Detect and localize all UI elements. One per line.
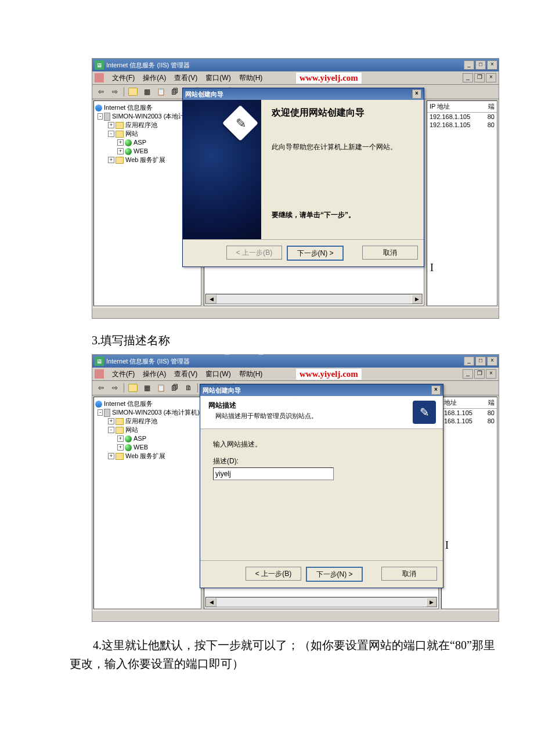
site-icon [125, 444, 132, 451]
tree-web[interactable]: WEB [134, 443, 148, 452]
globe-icon [95, 105, 102, 111]
toolbar-button[interactable] [127, 85, 139, 98]
wizard-prompt: 输入网站描述。 [213, 440, 430, 449]
wizard-section-sub: 网站描述用于帮助管理员识别站点。 [208, 412, 413, 420]
computer-icon [104, 409, 110, 417]
folder-icon [116, 131, 124, 138]
mdi-minimize-button[interactable]: _ [463, 369, 473, 379]
wizard-heading: 欢迎使用网站创建向导 [272, 107, 413, 119]
nav-back-button[interactable]: ⇦ [95, 85, 107, 98]
tree-apppool[interactable]: 应用程序池 [125, 417, 157, 426]
list-item[interactable]: 192.168.1.10580 [427, 113, 497, 121]
nav-forward-button[interactable]: ⇨ [109, 381, 121, 394]
mdi-close-button[interactable]: × [486, 73, 496, 82]
menu-help[interactable]: 帮助(H) [236, 368, 266, 380]
expand-icon[interactable]: + [117, 444, 124, 451]
horizontal-scrollbar[interactable]: ◀ ▶ [205, 294, 423, 304]
ip-list-pane: 地址端 168.1.10580 168.1.10580 [441, 397, 497, 609]
app-icon: 🖥 [95, 60, 104, 70]
toolbar-button[interactable]: ▦ [140, 85, 153, 98]
next-button[interactable]: 下一步(N) > [306, 567, 363, 582]
toolbar-button[interactable]: 📋 [154, 381, 167, 394]
collapse-icon[interactable]: - [98, 409, 103, 416]
cancel-button[interactable]: 取消 [381, 567, 437, 581]
computer-icon [104, 113, 110, 121]
scroll-left-button[interactable]: ◀ [206, 294, 217, 304]
wizard-header: 网站描述 网站描述用于帮助管理员识别站点。 ✎ [200, 396, 443, 429]
minimize-button[interactable]: _ [464, 357, 474, 366]
close-button[interactable]: × [487, 357, 497, 366]
tree-asp[interactable]: ASP [134, 434, 146, 443]
collapse-icon[interactable]: - [108, 427, 114, 433]
expand-icon[interactable]: + [108, 453, 114, 459]
expand-icon[interactable]: + [108, 157, 114, 163]
scroll-right-button[interactable]: ▶ [412, 294, 422, 304]
maximize-button[interactable]: □ [475, 60, 486, 70]
mdi-close-button[interactable]: × [486, 369, 496, 379]
folder-icon [116, 418, 124, 425]
tree-root[interactable]: Internet 信息服务 [104, 103, 153, 112]
collapse-icon[interactable]: - [98, 113, 103, 120]
wizard-close-button[interactable]: × [412, 89, 421, 99]
minimize-button[interactable]: _ [464, 60, 474, 70]
wizard-titlebar: 网站创建向导 × [200, 384, 443, 396]
tree-sites[interactable]: 网站 [125, 426, 138, 434]
expand-icon[interactable]: + [108, 122, 114, 128]
toolbar-button[interactable]: 🗐 [168, 85, 181, 98]
menu-window[interactable]: 窗口(W) [202, 72, 234, 84]
menu-window[interactable]: 窗口(W) [202, 368, 234, 380]
maximize-button[interactable]: □ [475, 357, 486, 366]
ip-header: IP 地址 [430, 102, 450, 111]
horizontal-scrollbar[interactable]: ◀ ▶ [205, 597, 437, 607]
list-item[interactable]: 192.168.1.10580 [427, 121, 497, 129]
collapse-icon[interactable]: - [108, 131, 114, 137]
tree-ext[interactable]: Web 服务扩展 [125, 156, 165, 164]
list-item[interactable]: 168.1.10580 [442, 417, 497, 425]
scroll-right-button[interactable]: ▶ [426, 597, 436, 607]
menu-action[interactable]: 操作(A) [139, 72, 169, 84]
mdi-restore-button[interactable]: ❐ [474, 369, 485, 379]
wizard-titlebar: 网站创建向导 × [183, 88, 424, 100]
wizard-close-button[interactable]: × [431, 386, 441, 395]
menu-file[interactable]: 文件(F) [109, 368, 138, 380]
ip-list-pane: IP 地址端 192.168.1.10580 192.168.1.10580 [427, 100, 497, 306]
tree-computer[interactable]: SIMON-WIN2003 (本地计算机) [112, 408, 200, 417]
expand-icon[interactable]: + [117, 139, 124, 146]
toolbar-button[interactable] [127, 381, 139, 394]
list-item[interactable]: 168.1.10580 [442, 409, 497, 417]
expand-icon[interactable]: + [108, 418, 114, 424]
close-button[interactable]: × [487, 60, 497, 70]
menu-view[interactable]: 查看(V) [171, 72, 201, 84]
step-4-caption: 4.这里就让他默认，按下一步就可以了；（如你要设置网站的端口就在“80”那里更改… [70, 636, 499, 673]
tree-pane[interactable]: Internet 信息服务 -SIMON-WIN2003 (本地计算机) +应用… [93, 397, 201, 609]
watermark-url: www.yiyelj.com [295, 368, 362, 380]
cancel-button[interactable]: 取消 [362, 246, 418, 260]
tree-root[interactable]: Internet 信息服务 [104, 399, 153, 408]
toolbar-button[interactable]: 🗐 [168, 381, 181, 394]
tree-sites[interactable]: 网站 [125, 129, 138, 138]
tree-apppool[interactable]: 应用程序池 [125, 121, 157, 129]
tree-asp[interactable]: ASP [134, 138, 146, 147]
menu-action[interactable]: 操作(A) [139, 368, 169, 380]
toolbar-button[interactable]: ▦ [140, 381, 153, 394]
nav-back-button[interactable]: ⇦ [95, 381, 107, 394]
status-bar [92, 307, 499, 318]
next-button[interactable]: 下一步(N) > [287, 246, 344, 261]
tree-ext[interactable]: Web 服务扩展 [125, 452, 165, 460]
toolbar-button[interactable]: 📋 [154, 85, 167, 98]
mdi-minimize-button[interactable]: _ [463, 73, 473, 82]
menu-help[interactable]: 帮助(H) [236, 72, 266, 84]
back-button[interactable]: < 上一步(B) [246, 567, 301, 581]
tree-web[interactable]: WEB [134, 147, 148, 156]
menu-view[interactable]: 查看(V) [171, 368, 201, 380]
text-cursor-icon: I [430, 262, 434, 274]
nav-forward-button[interactable]: ⇨ [109, 85, 121, 98]
toolbar-button[interactable]: 🗎 [182, 381, 195, 394]
description-input[interactable] [213, 467, 334, 480]
mdi-restore-button[interactable]: ❐ [474, 73, 485, 82]
folder-icon [116, 122, 124, 129]
scroll-left-button[interactable]: ◀ [206, 597, 217, 607]
menu-file[interactable]: 文件(F) [109, 72, 138, 84]
expand-icon[interactable]: + [117, 435, 124, 442]
expand-icon[interactable]: + [117, 148, 124, 154]
